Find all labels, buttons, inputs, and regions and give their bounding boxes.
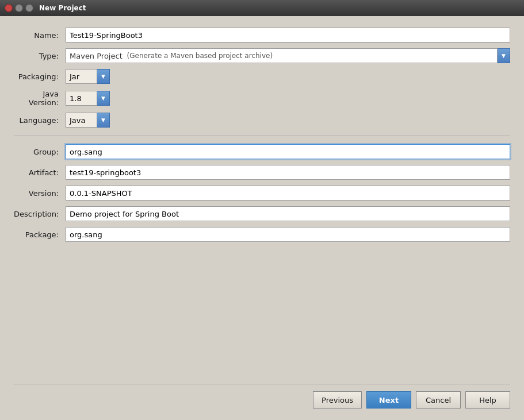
description-input[interactable] xyxy=(66,206,510,221)
type-select-wrapper: Maven Project (Generate a Maven based pr… xyxy=(66,48,510,63)
button-bar: Previous Next Cancel Help xyxy=(14,384,510,409)
name-row: Name: xyxy=(14,28,510,43)
cancel-button[interactable]: Cancel xyxy=(416,391,461,409)
type-value: Maven Project xyxy=(70,52,123,60)
close-button[interactable] xyxy=(5,4,13,12)
packaging-label: Packaging: xyxy=(14,72,66,81)
version-input[interactable] xyxy=(66,186,510,201)
packaging-select-wrapper: Jar xyxy=(66,69,110,84)
artifact-input[interactable] xyxy=(66,165,510,180)
title-bar: New Project xyxy=(0,0,524,16)
dialog-title: New Project xyxy=(39,4,86,12)
maximize-button[interactable] xyxy=(25,4,33,12)
java-version-label: Java Version: xyxy=(14,90,66,107)
language-select-wrapper: Java xyxy=(66,113,110,128)
packaging-value: Jar xyxy=(66,69,97,84)
java-version-value: 1.8 xyxy=(66,91,97,106)
java-version-select-wrapper: 1.8 xyxy=(66,91,110,106)
language-value: Java xyxy=(66,113,97,128)
type-text-display: Maven Project (Generate a Maven based pr… xyxy=(66,48,498,63)
type-dropdown-button[interactable] xyxy=(498,48,510,63)
type-description: (Generate a Maven based project archive) xyxy=(125,52,273,60)
group-row: Group: xyxy=(14,144,510,159)
package-input[interactable] xyxy=(66,227,510,242)
package-label: Package: xyxy=(14,230,66,239)
next-button[interactable]: Next xyxy=(366,391,411,409)
language-label: Language: xyxy=(14,116,66,125)
java-version-row: Java Version: 1.8 xyxy=(14,90,510,107)
version-label: Version: xyxy=(14,189,66,198)
help-button[interactable]: Help xyxy=(465,391,510,409)
packaging-row: Packaging: Jar xyxy=(14,69,510,84)
package-row: Package: xyxy=(14,227,510,242)
description-label: Description: xyxy=(14,210,66,218)
minimize-button[interactable] xyxy=(15,4,23,12)
language-dropdown-button[interactable] xyxy=(97,113,110,128)
description-row: Description: xyxy=(14,206,510,221)
group-label: Group: xyxy=(14,148,66,156)
name-input[interactable] xyxy=(66,28,510,43)
version-row: Version: xyxy=(14,186,510,201)
artifact-row: Artifact: xyxy=(14,165,510,180)
artifact-label: Artifact: xyxy=(14,168,66,177)
form-area: Name: Type: Maven Project (Generate a Ma… xyxy=(14,28,510,384)
packaging-dropdown-button[interactable] xyxy=(97,69,110,84)
type-row: Type: Maven Project (Generate a Maven ba… xyxy=(14,48,510,63)
form-separator xyxy=(14,136,510,136)
language-row: Language: Java xyxy=(14,113,510,128)
java-version-dropdown-button[interactable] xyxy=(97,91,110,106)
name-label: Name: xyxy=(14,31,66,40)
title-bar-buttons xyxy=(5,4,33,12)
dialog-body: Name: Type: Maven Project (Generate a Ma… xyxy=(0,16,524,420)
type-label: Type: xyxy=(14,52,66,60)
group-input[interactable] xyxy=(66,144,510,159)
previous-button[interactable]: Previous xyxy=(313,391,362,409)
